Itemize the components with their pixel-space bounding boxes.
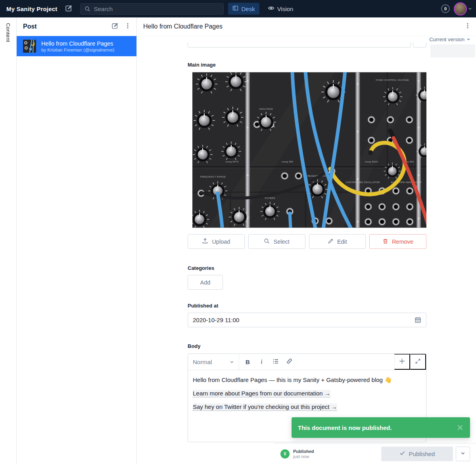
editor-content[interactable]: Hello from Cloudflare Pages — this is my… <box>188 370 426 416</box>
tab-vision-label: Vision <box>277 6 294 12</box>
clipped-text-input[interactable] <box>188 42 411 48</box>
body-paragraph[interactable]: Hello from Cloudflare Pages — this is my… <box>193 376 421 384</box>
document-footer: Published just now Published <box>274 443 476 464</box>
calendar-icon[interactable] <box>415 317 421 323</box>
search-icon <box>84 6 90 12</box>
upload-icon <box>202 238 208 245</box>
chevron-down-icon <box>461 451 465 457</box>
toast-message: This document is now published. <box>298 424 457 431</box>
publish-status-label: Published <box>293 449 314 454</box>
tab-desk[interactable]: Desk <box>228 3 259 15</box>
search-icon <box>264 238 270 245</box>
document-pane: Hello from Cloudflare Pages Current vers… <box>137 17 476 464</box>
publish-menu-button[interactable] <box>456 447 470 461</box>
italic-button[interactable]: i <box>255 354 269 370</box>
post-item-text: Hello from Cloudflare Pages by Kristian … <box>41 40 114 52</box>
compose-icon <box>65 4 73 13</box>
remove-button[interactable]: Remove <box>369 234 426 249</box>
svg-text:moog 904A: moog 904A <box>365 160 378 163</box>
post-item-title: Hello from Cloudflare Pages <box>41 40 114 47</box>
menu-dots-icon[interactable] <box>125 23 131 31</box>
document-header: Hello from Cloudflare Pages <box>137 17 476 36</box>
chevron-down-icon <box>466 36 470 42</box>
chevron-down-icon[interactable] <box>468 7 472 11</box>
post-thumbnail <box>23 40 36 53</box>
bullet-list-button[interactable] <box>269 354 282 370</box>
tab-desk-label: Desk <box>241 6 255 12</box>
publish-meta: Published just now <box>293 449 314 459</box>
svg-text:moog 907A: moog 907A <box>225 160 238 163</box>
svg-text:FIXED CONTROL VOLTAGE: FIXED CONTROL VOLTAGE <box>376 79 409 81</box>
block-style-select[interactable]: Normal <box>188 354 239 370</box>
post-list-title: Post <box>23 23 105 30</box>
pencil-icon <box>328 238 334 245</box>
select-button[interactable]: Select <box>248 234 305 249</box>
project-title: My Sanity Project <box>6 6 57 12</box>
editor-toolbar: Normal B i <box>188 354 426 370</box>
body-link[interactable]: Learn more about Pages from our document… <box>193 390 330 397</box>
version-selector[interactable]: Current version <box>137 36 476 42</box>
post-item-subtitle: by Kristian Freeman (@signalnerve) <box>41 48 114 52</box>
body-paragraph: Learn more about Pages from our document… <box>193 389 421 398</box>
version-popover-surface <box>430 44 475 57</box>
image-actions: Upload Select Edit Remove <box>188 234 426 249</box>
block-style-value: Normal <box>193 359 212 365</box>
trash-icon <box>382 238 388 245</box>
svg-text:FILTERS: FILTERS <box>265 197 275 199</box>
select-label: Select <box>273 239 289 245</box>
list-item-post[interactable]: Hello from Cloudflare Pages by Kristian … <box>17 36 136 56</box>
format-buttons: B i <box>239 354 296 370</box>
document-menu-dots-icon[interactable] <box>465 23 470 31</box>
main-image[interactable]: HIGH PASSFIXED CONTROL VOLTAGEmoog 907Am… <box>192 72 426 228</box>
body-paragraph: Say hey on Twitter if you're checking ou… <box>193 403 421 411</box>
navbar: My Sanity Project Desk Vision 0 <box>0 0 476 17</box>
publish-button[interactable]: Published <box>381 447 453 461</box>
main-image-svg: HIGH PASSFIXED CONTROL VOLTAGEmoog 907Am… <box>192 72 426 228</box>
insert-block-button[interactable] <box>394 354 410 370</box>
clipped-field-row <box>188 42 426 48</box>
fullscreen-button[interactable] <box>410 354 426 370</box>
close-icon[interactable] <box>457 424 464 431</box>
version-label: Current version <box>429 36 464 42</box>
plus-icon <box>399 358 405 366</box>
search-input[interactable] <box>80 3 224 15</box>
bold-button[interactable]: B <box>241 354 255 370</box>
body-label: Body <box>188 343 426 349</box>
link-icon <box>286 358 292 365</box>
compose-icon[interactable] <box>111 22 119 31</box>
body-link[interactable]: Say hey on Twitter if you're checking ou… <box>193 403 337 411</box>
publish-status-icon <box>280 449 290 458</box>
published-at-input[interactable] <box>188 313 426 327</box>
svg-text:FREQUENCY RANGE: FREQUENCY RANGE <box>200 176 226 178</box>
content-rail-label[interactable]: Content <box>5 23 11 464</box>
tab-vision[interactable]: Vision <box>263 3 298 15</box>
published-at-label: Published at <box>188 303 426 309</box>
add-category-button[interactable]: Add <box>188 275 223 290</box>
upload-label: Upload <box>212 239 230 245</box>
eye-icon <box>268 5 274 13</box>
post-list-header: Post <box>17 17 136 36</box>
upload-button[interactable]: Upload <box>188 234 245 249</box>
new-document-button[interactable] <box>65 4 73 13</box>
bullet-list-icon <box>273 358 279 366</box>
notification-badge[interactable]: 0 <box>441 4 450 13</box>
expand-icon <box>415 358 421 365</box>
avatar[interactable] <box>454 2 467 15</box>
main-image-label: Main image <box>188 62 426 68</box>
document-form-scroll[interactable]: Main image <box>137 42 476 443</box>
post-list-panel: Post Hello from Cloudflare Pages by Kris… <box>17 17 137 464</box>
svg-text:moog 995: moog 995 <box>282 160 293 163</box>
edit-button[interactable]: Edit <box>309 234 366 249</box>
remove-label: Remove <box>392 239 413 245</box>
search-field[interactable] <box>94 6 219 12</box>
edit-label: Edit <box>337 239 347 245</box>
clipped-field-button[interactable] <box>413 42 426 48</box>
sanity-studio: My Sanity Project Desk Vision 0 <box>0 0 476 464</box>
link-button[interactable] <box>282 354 296 370</box>
check-icon <box>399 450 405 457</box>
document-title: Hello from Cloudflare Pages <box>143 23 465 30</box>
document-form: Main image <box>188 42 426 442</box>
published-at-field[interactable] <box>193 317 415 323</box>
svg-text:HIGH PASS: HIGH PASS <box>259 108 273 110</box>
chevron-down-icon <box>230 359 234 365</box>
